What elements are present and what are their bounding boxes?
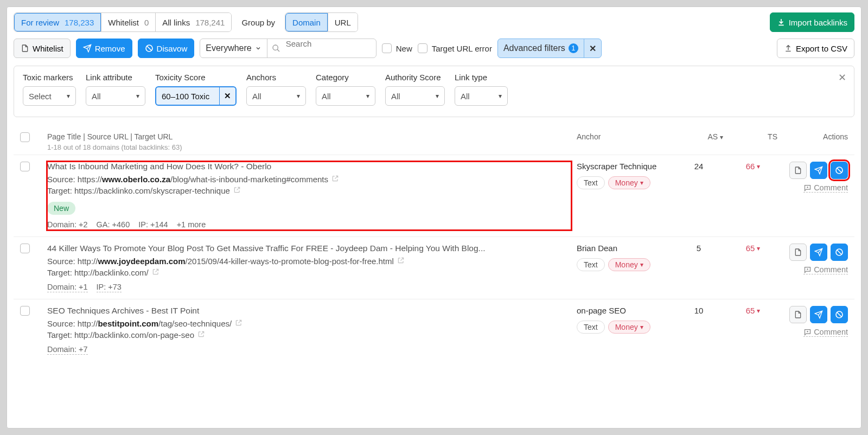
external-link-icon	[331, 175, 339, 182]
toxic-markers-select[interactable]: Select▾	[23, 86, 76, 106]
meta-stat[interactable]: Domain: +7	[47, 345, 88, 355]
export-icon	[784, 44, 793, 53]
review-tabs: For review178,233 Whitelist0 All links17…	[14, 12, 232, 32]
close-filters-button[interactable]: ✕	[838, 72, 846, 84]
disavow-icon-button[interactable]	[831, 306, 848, 323]
toxicity-score[interactable]: 65 ▾	[746, 244, 761, 253]
whitelist-button[interactable]: Whitelist	[14, 39, 71, 58]
advanced-filters-chip[interactable]: Advanced filters 1 ✕	[497, 39, 602, 58]
filter-label: Link attribute	[86, 73, 145, 82]
table-row: 44 Killer Ways To Promote Your Blog Post…	[14, 236, 854, 299]
document-check-icon	[21, 44, 29, 53]
authority-score: 24	[674, 162, 723, 230]
close-icon[interactable]: ✕	[584, 39, 601, 57]
select-all-checkbox[interactable]	[20, 132, 30, 142]
disavow-icon-button[interactable]	[831, 162, 848, 179]
filters-panel: ✕ Toxic markers Select▾ Link attribute A…	[14, 66, 854, 117]
toxicity-score[interactable]: 65 ▾	[746, 306, 761, 315]
search-input[interactable]	[267, 39, 376, 48]
rows-container: What Is Inbound Marketing and How Does I…	[14, 155, 854, 361]
whitelist-icon-button[interactable]	[789, 244, 807, 261]
disavow-icon-button[interactable]	[831, 244, 848, 261]
row-checkbox[interactable]	[20, 162, 30, 171]
page-title: What Is Inbound Marketing and How Does I…	[47, 162, 571, 171]
tab-whitelist[interactable]: Whitelist0	[101, 13, 155, 31]
tag-text: Text	[577, 321, 605, 334]
chevron-down-icon	[255, 45, 261, 52]
tag-text: Text	[577, 258, 605, 271]
meta-stat[interactable]: GA: +460	[97, 220, 130, 230]
target-url[interactable]: Target: https://backlinko.com/skyscraper…	[47, 186, 571, 195]
category-select[interactable]: All▾	[316, 86, 375, 106]
tag-money[interactable]: Money ▾	[608, 176, 650, 189]
table-row: SEO Techniques Archives - Best IT Point …	[14, 299, 854, 361]
import-backlinks-button[interactable]: Import backlinks	[770, 12, 854, 32]
export-csv-button[interactable]: Export to CSV	[777, 39, 854, 58]
clear-icon[interactable]: ✕	[219, 87, 235, 105]
remove-icon-button[interactable]	[810, 162, 827, 179]
groupby-url[interactable]: URL	[328, 13, 358, 31]
col-as[interactable]: AS ▾	[674, 132, 723, 141]
toxicity-score-select[interactable]: 60–100 Toxic✕	[155, 86, 237, 106]
remove-button[interactable]: Remove	[76, 39, 132, 58]
comment-link[interactable]: Comment	[803, 265, 848, 274]
disavow-button[interactable]: Disavow	[138, 39, 195, 58]
comment-link[interactable]: Comment	[803, 328, 848, 337]
groupby-domain[interactable]: Domain	[285, 13, 328, 31]
source-url[interactable]: Source: https://www.oberlo.co.za/blog/wh…	[47, 175, 571, 184]
col-anchor: Anchor	[577, 132, 669, 141]
anchor-text: Skyscraper Technique	[577, 162, 669, 171]
filter-label: Link type	[455, 73, 508, 82]
target-url[interactable]: Target: http://backlinko.com/	[47, 268, 571, 277]
tab-all-links[interactable]: All links178,241	[155, 13, 231, 31]
top-bar: For review178,233 Whitelist0 All links17…	[14, 12, 854, 32]
target-url[interactable]: Target: http://backlinko.com/on-page-seo	[47, 330, 571, 340]
new-badge: New	[47, 202, 75, 215]
col-ts: TS	[729, 132, 777, 141]
external-link-icon	[235, 319, 242, 327]
svg-point-1	[273, 45, 278, 50]
authority-score-select[interactable]: All▾	[385, 86, 445, 106]
meta-stat[interactable]: Domain: +2	[47, 220, 88, 230]
meta-stat[interactable]: IP: +73	[97, 283, 122, 292]
groupby-toggle: Domain URL	[285, 12, 358, 32]
whitelist-icon-button[interactable]	[789, 162, 807, 179]
link-type-select[interactable]: All▾	[455, 86, 508, 106]
row-checkbox[interactable]	[20, 244, 30, 253]
anchor-text: Brian Dean	[577, 244, 669, 253]
tag-money[interactable]: Money ▾	[608, 258, 650, 271]
page-title: 44 Killer Ways To Promote Your Blog Post…	[47, 244, 571, 253]
whitelist-icon-button[interactable]	[789, 306, 807, 323]
groupby-label: Group by	[241, 18, 275, 27]
meta-stat[interactable]: Domain: +1	[47, 283, 88, 292]
filter-label: Authority Score	[385, 73, 445, 82]
external-link-icon	[397, 257, 405, 264]
meta-stat[interactable]: +1 more	[177, 220, 206, 230]
filter-label: Toxicity Score	[155, 73, 237, 82]
remove-icon-button[interactable]	[810, 306, 827, 323]
remove-icon-button[interactable]	[810, 244, 827, 261]
table-row: What Is Inbound Marketing and How Does I…	[14, 155, 854, 236]
tab-for-review[interactable]: For review178,233	[14, 13, 101, 31]
anchors-select[interactable]: All▾	[246, 86, 306, 106]
source-url[interactable]: Source: http://bestitpoint.com/tag/seo-t…	[47, 319, 571, 328]
link-attribute-select[interactable]: All▾	[86, 86, 145, 106]
authority-score: 10	[674, 306, 723, 355]
send-icon	[83, 44, 92, 53]
page-title: SEO Techniques Archives - Best IT Point	[47, 306, 571, 316]
filter-new[interactable]: New	[382, 43, 412, 53]
row-checkbox[interactable]	[20, 306, 30, 316]
comment-link[interactable]: Comment	[803, 183, 848, 193]
authority-score: 5	[674, 244, 723, 292]
filter-target-url-error[interactable]: Target URL error	[418, 43, 492, 53]
col-title: Page Title | Source URL | Target URL	[47, 132, 571, 141]
search-icon	[272, 44, 280, 53]
tag-money[interactable]: Money ▾	[608, 321, 650, 334]
col-actions: Actions	[783, 132, 848, 141]
toolbar: Whitelist Remove Disavow Everywhere New …	[14, 39, 854, 58]
toxicity-score[interactable]: 66 ▾	[746, 162, 761, 171]
app-panel: For review178,233 Whitelist0 All links17…	[7, 7, 861, 428]
meta-stat[interactable]: IP: +144	[138, 220, 168, 230]
source-url[interactable]: Source: http://www.joydeepdam.com/2015/0…	[47, 257, 571, 266]
search-scope-select[interactable]: Everywhere	[200, 39, 267, 57]
